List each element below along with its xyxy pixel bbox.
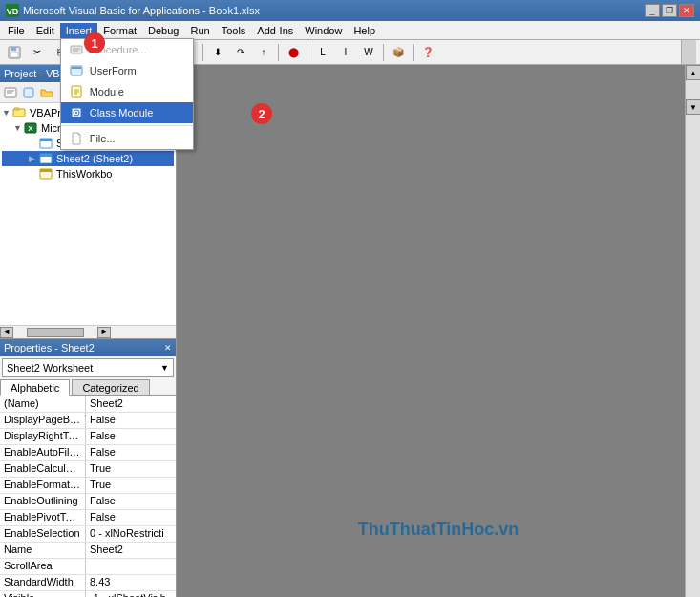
step-out-button[interactable]: ↑ [253,43,274,62]
title-bar: VB Microsoft Visual Basic for Applicatio… [0,0,700,21]
prop-row-displaypagebreak: DisplayPageBreak False [0,413,176,429]
insert-dropdown: Procedure... UserForm Module Class Modul… [60,38,194,150]
workbook-icon [38,167,53,181]
menu-bar: File Edit Insert Procedure... UserForm [0,21,700,40]
prop-row-sheetname: Name Sheet2 [0,543,176,559]
sheet1-icon [38,137,53,150]
save-button[interactable] [4,43,25,62]
restore-button[interactable]: ❐ [662,4,677,17]
tree-arrow-sheet2: ▶ [29,154,38,163]
prop-val-enableoutlining: False [86,494,176,509]
prop-key-enableformatcon: EnableFormatCon [0,478,86,493]
menu-item-file[interactable]: File... [61,128,193,149]
prop-row-enableselection: EnableSelection 0 - xlNoRestricti [0,526,176,543]
toolbar-separator-4 [278,44,279,61]
class-module-label: Class Module [90,107,154,118]
app-icon: VB [6,4,19,17]
properties-panel-title: Properties - Sheet2 [4,342,95,353]
prop-row-enablepivottable: EnablePivotTable False [0,510,176,526]
project-icon [11,106,27,119]
main-vscrollbar[interactable]: ▲ ▼ [685,65,700,597]
toolbar-scrollbar [681,40,696,64]
prop-row-enablecalculation: EnableCalculation True [0,461,176,478]
menu-run[interactable]: Run [184,23,215,38]
userform-icon [69,63,84,78]
object-browser-button[interactable]: 📦 [388,43,409,62]
prop-row-name: (Name) Sheet2 [0,396,176,413]
tree-label-sheet2: Sheet2 (Sheet2) [56,153,133,164]
prop-val-displayrighttolef: False [86,429,176,444]
view-object-button[interactable] [20,85,37,100]
properties-table: (Name) Sheet2 DisplayPageBreak False Dis… [0,396,176,597]
help-button[interactable]: ❓ [417,43,438,62]
prop-key-enablepivottable: EnablePivotTable [0,510,86,525]
properties-panel-close[interactable]: ✕ [164,343,172,352]
svg-rect-6 [72,67,81,69]
procedure-icon [69,42,84,57]
svg-rect-15 [11,47,16,51]
menu-file[interactable]: File [2,23,31,38]
prop-key-scrollarea: ScrollArea [0,559,86,574]
procedure-label: Procedure... [90,44,147,55]
hscroll-right-btn[interactable]: ► [97,327,111,338]
module-label: Module [90,86,124,97]
menu-help[interactable]: Help [348,23,381,38]
svg-rect-26 [40,139,52,141]
prop-row-displayrighttolef: DisplayRightToLef False [0,429,176,445]
prop-key-enableautofilter: EnableAutoFilter [0,445,86,460]
prop-key-sheetname: Name [0,543,86,558]
prop-val-enableautofilter: False [86,445,176,460]
menu-format[interactable]: Format [97,23,142,38]
tree-arrow-msexcel: ▼ [13,123,23,133]
menu-item-class-module[interactable]: Class Module [61,102,193,123]
step-into-button[interactable]: ⬇ [207,43,228,62]
vscroll-up-btn[interactable]: ▲ [686,65,700,80]
properties-panel-titlebar: Properties - Sheet2 ✕ [0,339,176,356]
prop-key-enableoutlining: EnableOutlining [0,494,86,509]
menu-insert[interactable]: Insert Procedure... UserForm Module [60,23,98,38]
toolbar-separator-6 [383,44,384,61]
toolbar-separator-5 [308,44,308,61]
prop-val-enablecalculation: True [86,461,176,477]
toggle-folders-button[interactable] [38,85,55,100]
minimize-button[interactable]: _ [645,4,660,17]
toolbar-separator-3 [202,44,203,61]
menu-window[interactable]: Window [299,23,348,38]
hscroll-thumb[interactable] [27,328,84,337]
immediate-button[interactable]: I [335,43,356,62]
menu-item-module[interactable]: Module [61,81,193,102]
prop-val-visible: -1 - xlSheetVisib [86,591,176,597]
breakpoint-button[interactable]: ⬤ [283,43,304,62]
view-code-button[interactable] [2,85,19,100]
cut-button[interactable]: ✂ [27,43,48,62]
tree-item-thisworkbook[interactable]: ▶ ThisWorkbo [2,166,174,181]
properties-tabs: Alphabetic Categorized [0,379,176,396]
module-icon [69,84,84,99]
tab-categorized[interactable]: Categorized [72,379,149,395]
watch-button[interactable]: W [358,43,379,62]
vscroll-down-btn[interactable]: ▼ [686,99,700,115]
properties-object-select[interactable]: Sheet2 Worksheet ▼ [2,358,174,377]
menu-debug[interactable]: Debug [142,23,184,38]
tab-alphabetic[interactable]: Alphabetic [0,379,70,396]
prop-key-displayrighttolef: DisplayRightToLef [0,429,86,444]
menu-item-procedure[interactable]: Procedure... [61,39,193,60]
hscroll-left-btn[interactable]: ◄ [0,327,13,338]
menu-tools[interactable]: Tools [216,23,252,38]
step-over-button[interactable]: ↷ [230,43,251,62]
svg-rect-16 [11,53,18,57]
project-hscrollbar[interactable]: ◄ ► [0,325,176,338]
tree-item-sheet2[interactable]: ▶ Sheet2 (Sheet2) [2,151,174,166]
classmodule-icon [69,105,84,120]
file-icon [69,131,84,146]
menu-addins[interactable]: Add-Ins [251,23,299,38]
locals-button[interactable]: L [312,43,333,62]
svg-text:VB: VB [7,7,19,16]
tree-label-thiswb: ThisWorkbo [56,168,112,180]
menu-item-userform[interactable]: UserForm [61,60,193,81]
window-controls: _ ❐ ✕ [645,4,694,17]
close-button[interactable]: ✕ [679,4,694,17]
tree-arrow-vbaproject: ▼ [2,108,11,117]
menu-edit[interactable]: Edit [31,23,60,38]
window-title: Microsoft Visual Basic for Applications … [23,5,645,16]
